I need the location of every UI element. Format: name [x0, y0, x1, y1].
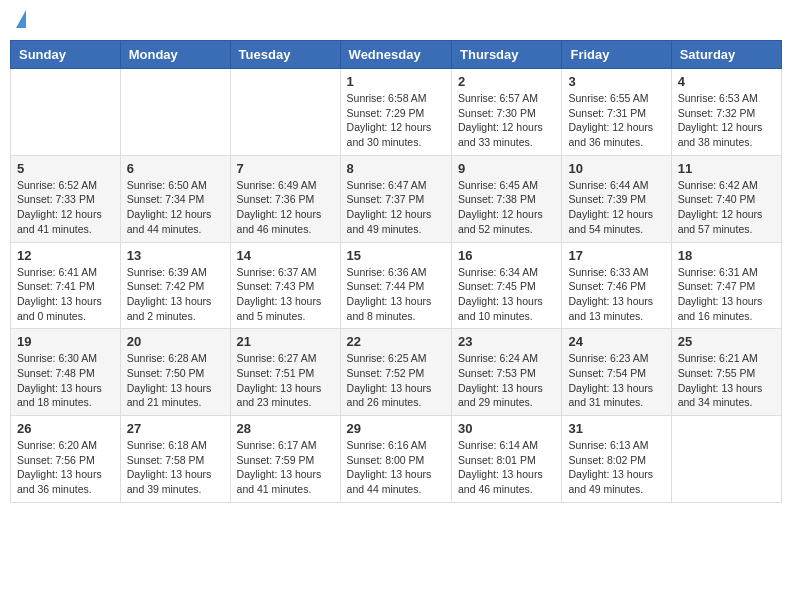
calendar-header-friday: Friday [562, 41, 671, 69]
day-info: Sunrise: 6:18 AM Sunset: 7:58 PM Dayligh… [127, 438, 224, 497]
calendar-cell: 27Sunrise: 6:18 AM Sunset: 7:58 PM Dayli… [120, 416, 230, 503]
day-number: 18 [678, 248, 775, 263]
day-number: 17 [568, 248, 664, 263]
calendar-cell: 5Sunrise: 6:52 AM Sunset: 7:33 PM Daylig… [11, 155, 121, 242]
calendar-cell: 10Sunrise: 6:44 AM Sunset: 7:39 PM Dayli… [562, 155, 671, 242]
day-number: 24 [568, 334, 664, 349]
day-info: Sunrise: 6:20 AM Sunset: 7:56 PM Dayligh… [17, 438, 114, 497]
calendar-header-sunday: Sunday [11, 41, 121, 69]
day-info: Sunrise: 6:33 AM Sunset: 7:46 PM Dayligh… [568, 265, 664, 324]
day-number: 12 [17, 248, 114, 263]
calendar-header-thursday: Thursday [452, 41, 562, 69]
day-number: 28 [237, 421, 334, 436]
day-number: 19 [17, 334, 114, 349]
day-info: Sunrise: 6:45 AM Sunset: 7:38 PM Dayligh… [458, 178, 555, 237]
calendar-cell [120, 69, 230, 156]
calendar-cell: 13Sunrise: 6:39 AM Sunset: 7:42 PM Dayli… [120, 242, 230, 329]
day-number: 3 [568, 74, 664, 89]
day-info: Sunrise: 6:41 AM Sunset: 7:41 PM Dayligh… [17, 265, 114, 324]
logo [14, 10, 26, 32]
calendar-week-row: 19Sunrise: 6:30 AM Sunset: 7:48 PM Dayli… [11, 329, 782, 416]
day-info: Sunrise: 6:44 AM Sunset: 7:39 PM Dayligh… [568, 178, 664, 237]
day-info: Sunrise: 6:52 AM Sunset: 7:33 PM Dayligh… [17, 178, 114, 237]
day-number: 16 [458, 248, 555, 263]
calendar-cell: 8Sunrise: 6:47 AM Sunset: 7:37 PM Daylig… [340, 155, 451, 242]
calendar-cell: 4Sunrise: 6:53 AM Sunset: 7:32 PM Daylig… [671, 69, 781, 156]
day-info: Sunrise: 6:17 AM Sunset: 7:59 PM Dayligh… [237, 438, 334, 497]
day-number: 1 [347, 74, 445, 89]
calendar-cell: 31Sunrise: 6:13 AM Sunset: 8:02 PM Dayli… [562, 416, 671, 503]
day-number: 29 [347, 421, 445, 436]
day-number: 26 [17, 421, 114, 436]
day-number: 2 [458, 74, 555, 89]
calendar-cell: 21Sunrise: 6:27 AM Sunset: 7:51 PM Dayli… [230, 329, 340, 416]
calendar-header-tuesday: Tuesday [230, 41, 340, 69]
calendar-cell: 1Sunrise: 6:58 AM Sunset: 7:29 PM Daylig… [340, 69, 451, 156]
calendar-cell: 24Sunrise: 6:23 AM Sunset: 7:54 PM Dayli… [562, 329, 671, 416]
calendar-cell: 20Sunrise: 6:28 AM Sunset: 7:50 PM Dayli… [120, 329, 230, 416]
day-number: 20 [127, 334, 224, 349]
day-info: Sunrise: 6:30 AM Sunset: 7:48 PM Dayligh… [17, 351, 114, 410]
day-info: Sunrise: 6:36 AM Sunset: 7:44 PM Dayligh… [347, 265, 445, 324]
day-info: Sunrise: 6:47 AM Sunset: 7:37 PM Dayligh… [347, 178, 445, 237]
day-number: 27 [127, 421, 224, 436]
calendar-cell: 28Sunrise: 6:17 AM Sunset: 7:59 PM Dayli… [230, 416, 340, 503]
day-number: 11 [678, 161, 775, 176]
day-number: 13 [127, 248, 224, 263]
calendar-header-row: SundayMondayTuesdayWednesdayThursdayFrid… [11, 41, 782, 69]
day-info: Sunrise: 6:28 AM Sunset: 7:50 PM Dayligh… [127, 351, 224, 410]
calendar-cell: 17Sunrise: 6:33 AM Sunset: 7:46 PM Dayli… [562, 242, 671, 329]
day-info: Sunrise: 6:55 AM Sunset: 7:31 PM Dayligh… [568, 91, 664, 150]
day-info: Sunrise: 6:42 AM Sunset: 7:40 PM Dayligh… [678, 178, 775, 237]
calendar-week-row: 1Sunrise: 6:58 AM Sunset: 7:29 PM Daylig… [11, 69, 782, 156]
day-number: 21 [237, 334, 334, 349]
calendar-cell: 26Sunrise: 6:20 AM Sunset: 7:56 PM Dayli… [11, 416, 121, 503]
day-info: Sunrise: 6:49 AM Sunset: 7:36 PM Dayligh… [237, 178, 334, 237]
logo-triangle-icon [16, 10, 26, 28]
calendar-cell: 19Sunrise: 6:30 AM Sunset: 7:48 PM Dayli… [11, 329, 121, 416]
day-number: 10 [568, 161, 664, 176]
day-number: 5 [17, 161, 114, 176]
calendar-cell: 25Sunrise: 6:21 AM Sunset: 7:55 PM Dayli… [671, 329, 781, 416]
calendar-week-row: 12Sunrise: 6:41 AM Sunset: 7:41 PM Dayli… [11, 242, 782, 329]
day-number: 23 [458, 334, 555, 349]
day-number: 25 [678, 334, 775, 349]
day-number: 6 [127, 161, 224, 176]
day-info: Sunrise: 6:39 AM Sunset: 7:42 PM Dayligh… [127, 265, 224, 324]
day-info: Sunrise: 6:57 AM Sunset: 7:30 PM Dayligh… [458, 91, 555, 150]
calendar-cell: 2Sunrise: 6:57 AM Sunset: 7:30 PM Daylig… [452, 69, 562, 156]
calendar-cell: 22Sunrise: 6:25 AM Sunset: 7:52 PM Dayli… [340, 329, 451, 416]
day-info: Sunrise: 6:16 AM Sunset: 8:00 PM Dayligh… [347, 438, 445, 497]
calendar-cell: 11Sunrise: 6:42 AM Sunset: 7:40 PM Dayli… [671, 155, 781, 242]
day-info: Sunrise: 6:14 AM Sunset: 8:01 PM Dayligh… [458, 438, 555, 497]
calendar-cell: 29Sunrise: 6:16 AM Sunset: 8:00 PM Dayli… [340, 416, 451, 503]
calendar-cell [671, 416, 781, 503]
calendar-cell: 3Sunrise: 6:55 AM Sunset: 7:31 PM Daylig… [562, 69, 671, 156]
day-number: 22 [347, 334, 445, 349]
day-info: Sunrise: 6:13 AM Sunset: 8:02 PM Dayligh… [568, 438, 664, 497]
calendar-cell: 9Sunrise: 6:45 AM Sunset: 7:38 PM Daylig… [452, 155, 562, 242]
calendar-cell [230, 69, 340, 156]
day-info: Sunrise: 6:34 AM Sunset: 7:45 PM Dayligh… [458, 265, 555, 324]
day-info: Sunrise: 6:31 AM Sunset: 7:47 PM Dayligh… [678, 265, 775, 324]
day-number: 15 [347, 248, 445, 263]
day-number: 30 [458, 421, 555, 436]
day-info: Sunrise: 6:24 AM Sunset: 7:53 PM Dayligh… [458, 351, 555, 410]
calendar-header-wednesday: Wednesday [340, 41, 451, 69]
day-number: 14 [237, 248, 334, 263]
calendar-cell: 16Sunrise: 6:34 AM Sunset: 7:45 PM Dayli… [452, 242, 562, 329]
calendar-table: SundayMondayTuesdayWednesdayThursdayFrid… [10, 40, 782, 503]
calendar-cell: 6Sunrise: 6:50 AM Sunset: 7:34 PM Daylig… [120, 155, 230, 242]
day-info: Sunrise: 6:53 AM Sunset: 7:32 PM Dayligh… [678, 91, 775, 150]
day-number: 9 [458, 161, 555, 176]
day-info: Sunrise: 6:21 AM Sunset: 7:55 PM Dayligh… [678, 351, 775, 410]
calendar-week-row: 26Sunrise: 6:20 AM Sunset: 7:56 PM Dayli… [11, 416, 782, 503]
day-info: Sunrise: 6:27 AM Sunset: 7:51 PM Dayligh… [237, 351, 334, 410]
calendar-cell: 12Sunrise: 6:41 AM Sunset: 7:41 PM Dayli… [11, 242, 121, 329]
calendar-cell: 30Sunrise: 6:14 AM Sunset: 8:01 PM Dayli… [452, 416, 562, 503]
calendar-cell [11, 69, 121, 156]
day-info: Sunrise: 6:50 AM Sunset: 7:34 PM Dayligh… [127, 178, 224, 237]
day-info: Sunrise: 6:37 AM Sunset: 7:43 PM Dayligh… [237, 265, 334, 324]
day-number: 8 [347, 161, 445, 176]
day-number: 4 [678, 74, 775, 89]
